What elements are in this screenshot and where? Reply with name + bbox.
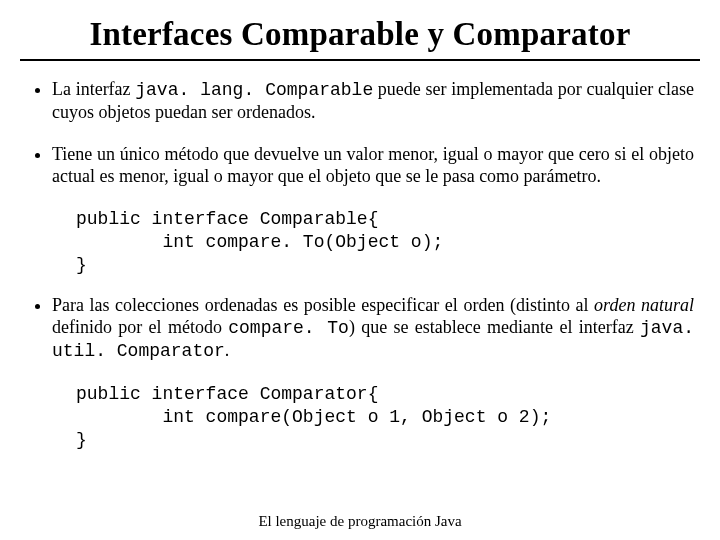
bullet-3: Para las colecciones ordenadas es posibl… [52, 295, 694, 363]
bullet-3-post: . [225, 340, 230, 360]
code-block-1: public interface Comparable{ int compare… [76, 208, 700, 277]
bullet-3-em: orden natural [594, 295, 694, 315]
bullet-1-code: java. lang. Comparable [135, 80, 373, 100]
bullet-1-pre: La interfaz [52, 79, 135, 99]
bullet-3-mid: definido por el método [52, 317, 228, 337]
title-rule [20, 59, 700, 61]
bullet-list: La interfaz java. lang. Comparable puede… [26, 79, 694, 188]
bullet-3-mid2: ) que se establece mediante el interfaz [349, 317, 640, 337]
footer-text: El lenguaje de programación Java [0, 513, 720, 530]
bullet-1: La interfaz java. lang. Comparable puede… [52, 79, 694, 124]
slide-title: Interfaces Comparable y Comparator [20, 16, 700, 53]
bullet-2: Tiene un único método que devuelve un va… [52, 144, 694, 188]
bullet-3-pre: Para las colecciones ordenadas es posibl… [52, 295, 594, 315]
bullet-3-code1: compare. To [228, 318, 349, 338]
code-block-2: public interface Comparator{ int compare… [76, 383, 700, 452]
bullet-list-2: Para las colecciones ordenadas es posibl… [26, 295, 694, 363]
slide: Interfaces Comparable y Comparator La in… [0, 0, 720, 540]
